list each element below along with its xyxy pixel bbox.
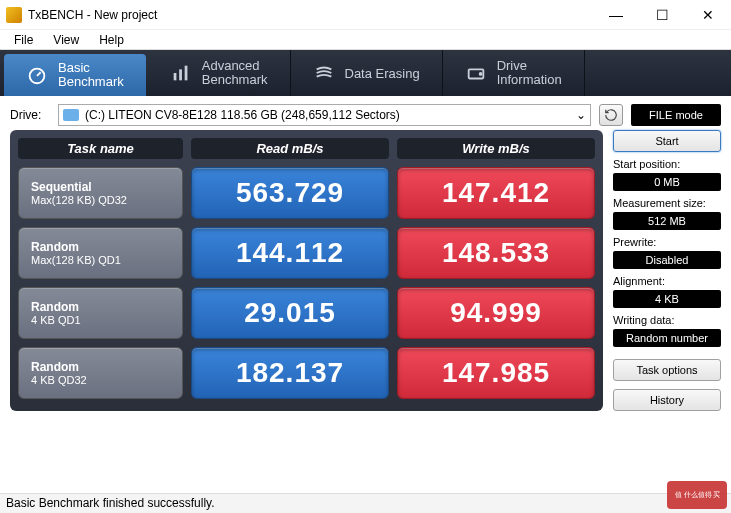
task-random-qd1-max[interactable]: Random Max(128 KB) QD1 [18,227,183,279]
task-random-4k-qd32[interactable]: Random 4 KB QD32 [18,347,183,399]
drive-value: (C:) LITEON CV8-8E128 118.56 GB (248,659… [85,108,400,122]
refresh-button[interactable] [599,104,623,126]
svg-point-5 [479,73,481,75]
read-value: 144.112 [191,227,389,279]
task-sequential-qd32[interactable]: Sequential Max(128 KB) QD32 [18,167,183,219]
svg-rect-2 [179,69,182,80]
measurement-size-label: Measurement size: [613,194,721,209]
writing-data-label: Writing data: [613,311,721,326]
menu-view[interactable]: View [45,31,87,49]
gauge-icon [26,64,48,86]
tab-drive-information[interactable]: Drive Information [443,50,585,96]
header-read: Read mB/s [191,138,389,159]
history-button[interactable]: History [613,389,721,411]
read-value: 29.015 [191,287,389,339]
header-write: Write mB/s [397,138,595,159]
minimize-button[interactable]: — [593,0,639,30]
menu-help[interactable]: Help [91,31,132,49]
watermark: 值 什么值得买 [667,481,727,509]
chevron-down-icon: ⌄ [576,108,586,122]
write-value: 148.533 [397,227,595,279]
chart-icon [170,62,192,84]
alignment-value[interactable]: 4 KB [613,290,721,308]
header-task: Task name [18,138,183,159]
prewrite-value[interactable]: Disabled [613,251,721,269]
close-button[interactable]: ✕ [685,0,731,30]
task-random-4k-qd1[interactable]: Random 4 KB QD1 [18,287,183,339]
benchmark-panel: Task name Read mB/s Write mB/s Sequentia… [10,130,603,411]
tab-basic-benchmark[interactable]: Basic Benchmark [4,54,146,96]
write-value: 147.985 [397,347,595,399]
svg-rect-3 [184,66,187,81]
tab-data-erasing[interactable]: Data Erasing [291,50,443,96]
erase-icon [313,62,335,84]
disk-icon [63,109,79,121]
file-mode-button[interactable]: FILE mode [631,104,721,126]
start-position-label: Start position: [613,155,721,170]
start-button[interactable]: Start [613,130,721,152]
svg-rect-1 [173,73,176,80]
menu-file[interactable]: File [6,31,41,49]
status-bar: Basic Benchmark finished successfully. [0,493,731,513]
start-position-value[interactable]: 0 MB [613,173,721,191]
writing-data-value[interactable]: Random number [613,329,721,347]
window-title: TxBENCH - New project [28,8,593,22]
svg-point-0 [30,69,45,84]
tab-advanced-benchmark[interactable]: Advanced Benchmark [148,50,291,96]
drive-select[interactable]: (C:) LITEON CV8-8E128 118.56 GB (248,659… [58,104,591,126]
write-value: 147.412 [397,167,595,219]
read-value: 182.137 [191,347,389,399]
refresh-icon [604,108,618,122]
maximize-button[interactable]: ☐ [639,0,685,30]
alignment-label: Alignment: [613,272,721,287]
measurement-size-value[interactable]: 512 MB [613,212,721,230]
read-value: 563.729 [191,167,389,219]
drive-label: Drive: [10,108,50,122]
write-value: 94.999 [397,287,595,339]
prewrite-label: Prewrite: [613,233,721,248]
app-icon [6,7,22,23]
task-options-button[interactable]: Task options [613,359,721,381]
drive-icon [465,62,487,84]
